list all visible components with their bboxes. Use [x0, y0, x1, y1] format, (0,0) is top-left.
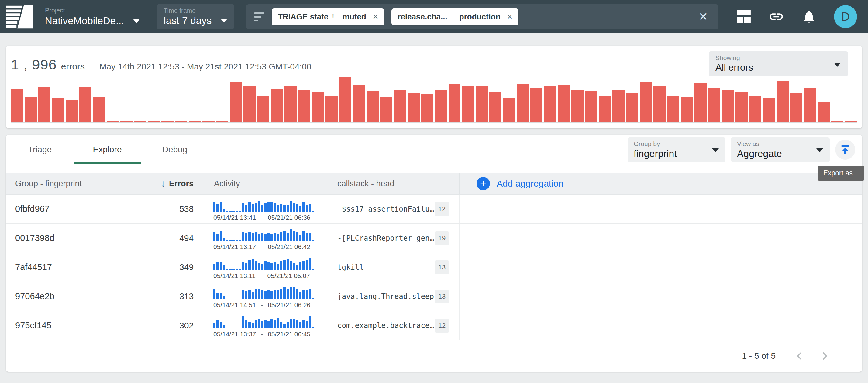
- histogram-bar[interactable]: [790, 93, 802, 122]
- histogram-bar[interactable]: [408, 93, 420, 122]
- histogram-bar[interactable]: [52, 98, 64, 122]
- histogram-bar[interactable]: [79, 87, 91, 122]
- histogram-bar[interactable]: [203, 121, 215, 122]
- export-button[interactable]: [835, 140, 855, 160]
- histogram-bar[interactable]: [845, 121, 857, 122]
- histogram-bar[interactable]: [749, 96, 761, 122]
- histogram-bar[interactable]: [134, 121, 146, 122]
- filter-bar[interactable]: TRIAGE state != muted × release.cha... =…: [246, 4, 718, 29]
- layout-icon[interactable]: [737, 10, 751, 23]
- project-selector[interactable]: Project NativeMobileDe...: [45, 7, 140, 27]
- histogram-bar[interactable]: [230, 82, 242, 122]
- tab-debug[interactable]: Debug: [141, 135, 209, 164]
- activity-cell[interactable]: 05/14/21 13:37-05/21/21 06:45: [205, 311, 328, 340]
- tab-triage[interactable]: Triage: [6, 135, 73, 164]
- histogram-bar[interactable]: [558, 85, 570, 122]
- histogram-bar[interactable]: [763, 98, 775, 122]
- histogram-bar[interactable]: [585, 91, 597, 122]
- add-aggregation-button[interactable]: + Add aggregation: [460, 173, 862, 194]
- clear-filters-button[interactable]: ✕: [696, 11, 711, 23]
- histogram-bar[interactable]: [530, 88, 542, 122]
- histogram-bar[interactable]: [517, 84, 529, 122]
- histogram-bar[interactable]: [216, 121, 228, 122]
- histogram-bar[interactable]: [817, 102, 830, 122]
- histogram-bar[interactable]: [448, 84, 461, 122]
- histogram-bar[interactable]: [626, 93, 638, 122]
- histogram-bar[interactable]: [93, 97, 105, 122]
- histogram-bar[interactable]: [421, 94, 433, 122]
- histogram-bar[interactable]: [298, 91, 310, 122]
- table-row[interactable]: 97064e2b31305/14/21 14:51-05/21/21 06:26…: [6, 282, 862, 311]
- fingerprint-cell[interactable]: 7af44517: [6, 253, 137, 282]
- histogram-bar[interactable]: [394, 91, 406, 122]
- histogram-bar[interactable]: [38, 87, 51, 122]
- table-row[interactable]: 0017398d49405/14/21 13:17-05/21/21 06:42…: [6, 224, 862, 253]
- histogram-bar[interactable]: [161, 121, 174, 122]
- histogram-bar[interactable]: [462, 86, 474, 122]
- fingerprint-cell[interactable]: 0fbfd967: [6, 195, 137, 223]
- histogram-bar[interactable]: [25, 97, 37, 122]
- remove-filter-icon[interactable]: ×: [373, 12, 378, 21]
- next-page-button[interactable]: [812, 344, 836, 368]
- tab-explore[interactable]: Explore: [73, 135, 141, 164]
- table-row[interactable]: 975cf14530205/14/21 13:37-05/21/21 06:45…: [6, 311, 862, 340]
- histogram-bar[interactable]: [107, 121, 119, 122]
- previous-page-button[interactable]: [788, 344, 812, 368]
- histogram-bar[interactable]: [367, 91, 379, 122]
- histogram-bar[interactable]: [667, 96, 679, 122]
- link-icon[interactable]: [768, 9, 784, 25]
- fingerprint-cell[interactable]: 97064e2b: [6, 282, 137, 311]
- histogram-bar[interactable]: [175, 121, 187, 122]
- histogram-bar[interactable]: [66, 100, 78, 122]
- histogram-bar[interactable]: [612, 90, 625, 122]
- filter-chip-release-channel[interactable]: release.cha... = production ×: [392, 8, 519, 25]
- callstack-cell[interactable]: tgkill13: [328, 253, 460, 282]
- activity-cell[interactable]: 05/14/21 13:11-05/21/21 05:07: [205, 253, 328, 282]
- view-as-dropdown[interactable]: View as Aggregate: [731, 137, 830, 162]
- activity-cell[interactable]: 05/14/21 13:17-05/21/21 06:42: [205, 224, 328, 252]
- histogram-bar[interactable]: [831, 121, 843, 122]
- column-header-callstack[interactable]: callstack - head: [328, 173, 460, 194]
- table-row[interactable]: 0fbfd96753805/14/21 13:41-05/21/21 06:36…: [6, 195, 862, 224]
- errors-histogram[interactable]: [11, 76, 857, 123]
- histogram-bar[interactable]: [339, 77, 351, 122]
- histogram-bar[interactable]: [312, 92, 324, 122]
- histogram-bar[interactable]: [11, 89, 23, 122]
- histogram-bar[interactable]: [380, 97, 392, 122]
- histogram-bar[interactable]: [653, 86, 665, 122]
- filter-chip-triage-state[interactable]: TRIAGE state != muted ×: [272, 8, 384, 25]
- histogram-bar[interactable]: [148, 121, 160, 122]
- histogram-bar[interactable]: [544, 86, 556, 122]
- histogram-bar[interactable]: [189, 121, 201, 122]
- callstack-cell[interactable]: java.lang.Thread.sleep13: [328, 282, 460, 311]
- column-header-errors[interactable]: ↓ Errors: [137, 173, 205, 194]
- user-avatar[interactable]: D: [834, 5, 857, 28]
- histogram-bar[interactable]: [353, 85, 365, 122]
- fingerprint-cell[interactable]: 975cf145: [6, 311, 137, 340]
- activity-cell[interactable]: 05/14/21 14:51-05/21/21 06:26: [205, 282, 328, 311]
- histogram-bar[interactable]: [257, 96, 269, 122]
- bell-icon[interactable]: [802, 9, 816, 24]
- group-by-dropdown[interactable]: Group by fingerprint: [628, 137, 725, 162]
- histogram-bar[interactable]: [435, 91, 447, 122]
- histogram-bar[interactable]: [722, 90, 734, 122]
- histogram-bar[interactable]: [489, 92, 501, 122]
- histogram-bar[interactable]: [681, 97, 693, 122]
- histogram-bar[interactable]: [599, 96, 611, 122]
- showing-dropdown[interactable]: Showing All errors: [709, 51, 848, 76]
- histogram-bar[interactable]: [708, 88, 720, 122]
- histogram-bar[interactable]: [243, 86, 256, 122]
- activity-cell[interactable]: 05/14/21 13:41-05/21/21 06:36: [205, 195, 328, 223]
- column-header-activity[interactable]: Activity: [205, 173, 328, 194]
- histogram-bar[interactable]: [571, 90, 584, 122]
- histogram-bar[interactable]: [640, 82, 652, 122]
- histogram-bar[interactable]: [476, 86, 488, 122]
- histogram-bar[interactable]: [804, 88, 816, 122]
- callstack-cell[interactable]: com.example.backtraced…12: [328, 311, 460, 340]
- callstack-cell[interactable]: _$ss17_assertionFailur…12: [328, 195, 460, 223]
- histogram-bar[interactable]: [326, 96, 338, 122]
- callstack-cell[interactable]: -[PLCrashReporter gene…19: [328, 224, 460, 252]
- histogram-bar[interactable]: [736, 92, 748, 122]
- timeframe-selector[interactable]: Time frame last 7 days: [157, 4, 234, 29]
- histogram-bar[interactable]: [284, 86, 297, 122]
